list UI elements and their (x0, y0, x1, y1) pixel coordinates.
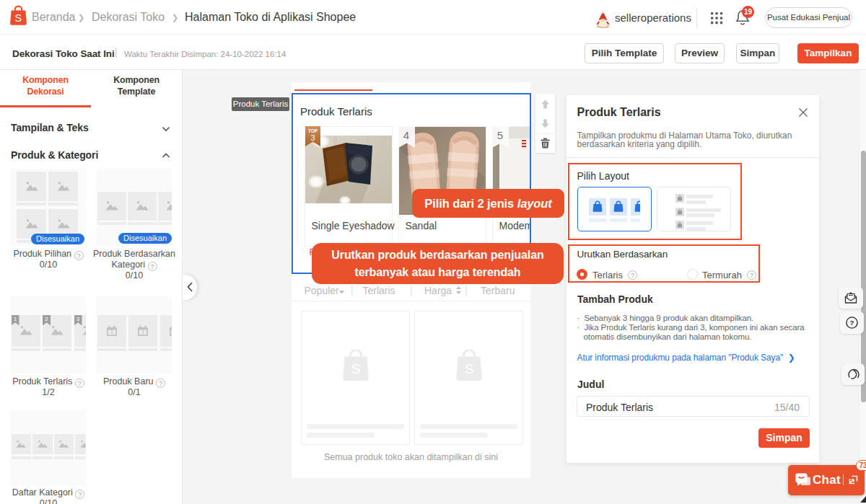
svg-text:3: 3 (310, 133, 315, 142)
svg-text:S: S (15, 12, 22, 24)
svg-text:5: 5 (497, 129, 502, 141)
svg-text:S: S (351, 361, 361, 376)
svg-text:1: 1 (110, 330, 113, 335)
svg-text:4: 4 (403, 129, 408, 141)
svg-text:S: S (465, 361, 474, 376)
svg-text:TOP: TOP (308, 128, 318, 133)
svg-text:1: 1 (141, 330, 144, 335)
svg-text:?: ? (850, 319, 854, 327)
